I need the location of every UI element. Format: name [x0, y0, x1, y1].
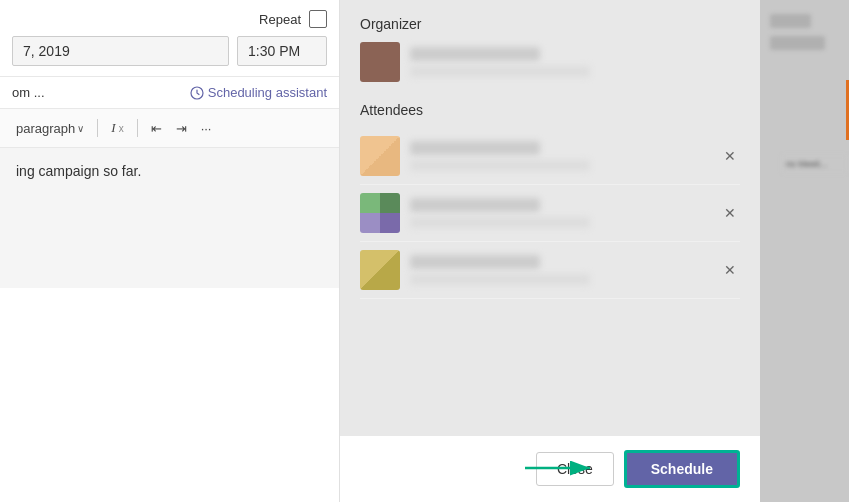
paragraph-dropdown[interactable]: paragraph ∨ [12, 118, 88, 139]
remove-attendee-2-button[interactable]: ✕ [720, 203, 740, 223]
more-options-icon: ··· [201, 121, 212, 136]
far-right-panel: ns Meeti... [760, 0, 849, 502]
chevron-down-icon: ∨ [77, 123, 84, 134]
indent-decrease-icon: ⇤ [151, 121, 162, 136]
bottom-actions: Close Schedule [340, 436, 760, 502]
mosaic-q4 [380, 213, 400, 233]
attendee-3-avatar [360, 250, 400, 290]
blurred-content-2 [770, 36, 825, 50]
toolbar-divider-2 [137, 119, 138, 137]
right-panel-content: Organizer Attendees ✕ [340, 0, 760, 502]
attendees-section: Attendees ✕ [360, 102, 740, 299]
far-right-content [760, 0, 849, 72]
arrow-indicator [515, 452, 605, 484]
scheduling-assistant-link[interactable]: Scheduling assistant [190, 85, 327, 100]
organizer-row [360, 42, 740, 82]
attendee-3-email-blurred [410, 274, 590, 285]
subscript-x-icon: x [119, 123, 124, 134]
remove-attendee-3-button[interactable]: ✕ [720, 260, 740, 280]
attendees-section-label: Attendees [360, 102, 740, 118]
schedule-button[interactable]: Schedule [624, 450, 740, 488]
attendee-1-email-blurred [410, 160, 590, 171]
meeting-link-text: om ... [12, 85, 45, 100]
italic-button[interactable]: I x [107, 117, 127, 139]
attendee-1-avatar [360, 136, 400, 176]
attendee-3-name-blurred [410, 255, 540, 269]
mosaic-q3 [360, 213, 380, 233]
datetime-row: 7, 2019 1:30 PM [12, 36, 327, 66]
attendee-1-name-blurred [410, 141, 540, 155]
mosaic-q2 [380, 193, 400, 213]
attendee-row: ✕ [360, 185, 740, 242]
content-area[interactable]: ing campaign so far. [0, 148, 339, 288]
remove-attendee-1-button[interactable]: ✕ [720, 146, 740, 166]
mosaic-q1 [360, 193, 380, 213]
italic-icon: I [111, 120, 115, 136]
indent-increase-icon: ⇥ [176, 121, 187, 136]
organizer-name-blurred [410, 47, 540, 61]
repeat-row: Repeat [12, 10, 327, 28]
paragraph-label: paragraph [16, 121, 75, 136]
attendee-1-info [410, 141, 710, 171]
repeat-checkbox[interactable] [309, 10, 327, 28]
organizer-section-label: Organizer [360, 16, 740, 32]
organizer-email-blurred [410, 66, 590, 77]
date-input[interactable]: 7, 2019 [12, 36, 229, 66]
toolbar: paragraph ∨ I x ⇤ ⇥ ··· [0, 108, 339, 148]
left-panel: Repeat 7, 2019 1:30 PM om ... Scheduling… [0, 0, 340, 502]
more-options-button[interactable]: ··· [197, 118, 216, 139]
attendee-3-info [410, 255, 710, 285]
scheduling-assistant-label: Scheduling assistant [208, 85, 327, 100]
repeat-label: Repeat [259, 12, 301, 27]
main-container: Repeat 7, 2019 1:30 PM om ... Scheduling… [0, 0, 849, 502]
blurred-content-1 [770, 14, 811, 28]
attendee-2-name-blurred [410, 198, 540, 212]
organizer-info [410, 47, 740, 77]
content-text: ing campaign so far. [16, 163, 141, 179]
clock-icon [190, 86, 204, 100]
indent-decrease-button[interactable]: ⇤ [147, 118, 166, 139]
attendee-2-info [410, 198, 710, 228]
meeting-label-blurred: ns Meeti... [782, 155, 847, 173]
right-panel-wrapper: Organizer Attendees ✕ [340, 0, 760, 502]
attendee-2-email-blurred [410, 217, 590, 228]
indent-increase-button[interactable]: ⇥ [172, 118, 191, 139]
form-top: Repeat 7, 2019 1:30 PM [0, 0, 339, 77]
scheduling-row: om ... Scheduling assistant [0, 77, 339, 108]
attendee-2-avatar [360, 193, 400, 233]
time-input[interactable]: 1:30 PM [237, 36, 327, 66]
attendee-row: ✕ [360, 128, 740, 185]
organizer-avatar [360, 42, 400, 82]
attendee-row: ✕ [360, 242, 740, 299]
toolbar-divider-1 [97, 119, 98, 137]
